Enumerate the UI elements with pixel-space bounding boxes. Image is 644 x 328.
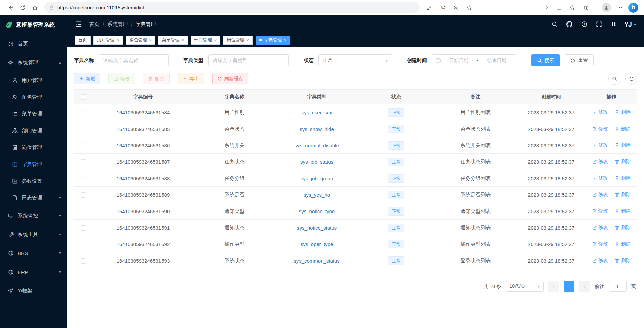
close-icon[interactable]: × — [214, 38, 217, 42]
edit-button[interactable]: 修改 — [108, 73, 135, 84]
date-range-picker[interactable]: 开始日期 - 结束日期 — [432, 54, 516, 66]
close-icon[interactable]: × — [117, 38, 120, 42]
sidebar-item-monitor[interactable]: 系统监控 ▾ — [0, 206, 67, 225]
select-all-checkbox[interactable] — [81, 94, 86, 100]
dict-type-link[interactable]: sys_job_status — [300, 159, 333, 165]
status-select[interactable]: 正常 ▾ — [318, 54, 392, 66]
close-icon[interactable]: × — [182, 38, 184, 42]
dict-type-link[interactable]: sys_notice_status — [297, 225, 337, 231]
back-button[interactable] — [5, 2, 17, 14]
browser-menu-button[interactable] — [614, 2, 626, 14]
add-button[interactable]: 新增 — [74, 73, 100, 84]
breadcrumb-item[interactable]: 系统管理 — [107, 21, 128, 28]
tab-dict[interactable]: 字典管理 × — [256, 36, 290, 45]
dict-type-link[interactable]: sys_show_hide — [300, 126, 334, 132]
breadcrumb-item[interactable]: 首页 — [89, 21, 99, 28]
delete-link[interactable]: 删除 — [615, 158, 631, 165]
zoom-button[interactable] — [450, 2, 462, 14]
split-screen-button[interactable] — [553, 2, 565, 14]
user-menu[interactable]: YJ ▾ — [624, 20, 636, 28]
sidebar-item-post[interactable]: 岗位管理 — [0, 139, 67, 156]
delete-link[interactable]: 删除 — [615, 257, 631, 264]
password-manager-button[interactable] — [423, 2, 435, 14]
refresh-table-button[interactable] — [625, 73, 637, 85]
next-page-button[interactable]: › — [579, 281, 590, 292]
edit-link[interactable]: 修改 — [592, 191, 608, 198]
refresh-cache-button[interactable]: 刷新缓存 — [212, 73, 248, 84]
sidebar-item-log[interactable]: 日志管理 ▾ — [0, 189, 67, 206]
row-checkbox[interactable] — [81, 192, 86, 198]
search-button[interactable]: 搜索 — [531, 54, 560, 66]
toggle-search-button[interactable] — [608, 73, 620, 85]
dict-type-link[interactable]: sys_user_sex — [302, 110, 332, 115]
dict-type-input[interactable] — [208, 54, 289, 66]
delete-link[interactable]: 删除 — [615, 208, 631, 214]
dict-type-link[interactable]: sys_oper_type — [301, 241, 333, 247]
delete-link[interactable]: 删除 — [615, 191, 631, 198]
header-search-icon[interactable] — [552, 21, 558, 27]
current-page-button[interactable]: 1 — [564, 281, 574, 292]
app-logo[interactable]: 意框架管理系统 — [0, 15, 67, 34]
sidebar-item-bbs[interactable]: BBS ▾ — [0, 244, 67, 263]
export-button[interactable]: 导出 — [178, 73, 204, 84]
font-size-icon[interactable]: Tt — [611, 21, 615, 27]
row-checkbox[interactable] — [81, 176, 86, 181]
dict-type-link[interactable]: sys_job_group — [301, 176, 333, 181]
prev-page-button[interactable]: ‹ — [548, 281, 559, 292]
close-icon[interactable]: × — [284, 38, 287, 42]
close-icon[interactable]: × — [149, 38, 152, 42]
row-checkbox[interactable] — [81, 159, 86, 165]
delete-link[interactable]: 删除 — [615, 142, 631, 148]
add-favorite-button[interactable] — [463, 2, 475, 14]
goto-page-input[interactable] — [609, 281, 627, 292]
tab-home[interactable]: 首页 — [75, 36, 91, 45]
dict-type-link[interactable]: sys_normal_disable — [294, 143, 339, 148]
edit-link[interactable]: 修改 — [592, 175, 608, 181]
delete-link[interactable]: 删除 — [615, 175, 631, 181]
delete-link[interactable]: 删除 — [615, 126, 631, 132]
tab-dept[interactable]: 部门管理 × — [191, 36, 221, 45]
edit-link[interactable]: 修改 — [592, 224, 608, 231]
edit-link[interactable]: 修改 — [592, 126, 608, 132]
tab-user[interactable]: 用户管理 × — [93, 36, 123, 45]
read-aloud-button[interactable] — [436, 2, 449, 14]
sidebar-item-role[interactable]: 角色管理 — [0, 89, 67, 105]
fullscreen-icon[interactable] — [596, 21, 602, 27]
delete-link[interactable]: 删除 — [615, 109, 631, 115]
sidebar-item-user[interactable]: 用户管理 — [0, 72, 67, 89]
sidebar-item-dict[interactable]: 字典管理 — [0, 156, 67, 173]
tab-post[interactable]: 岗位管理 × — [223, 36, 253, 45]
collapse-sidebar-icon[interactable] — [75, 21, 82, 28]
dict-type-link[interactable]: sys_notice_type — [299, 208, 335, 214]
edit-link[interactable]: 修改 — [592, 257, 608, 264]
edit-link[interactable]: 修改 — [592, 158, 608, 165]
delete-link[interactable]: 删除 — [615, 241, 631, 247]
profile-button[interactable] — [600, 2, 612, 14]
edit-link[interactable]: 修改 — [592, 241, 608, 247]
page-size-select[interactable]: 10条/页 ▾ — [506, 281, 544, 292]
row-checkbox[interactable] — [81, 225, 86, 231]
dict-name-input[interactable] — [99, 54, 169, 66]
github-icon[interactable] — [566, 21, 572, 27]
row-checkbox[interactable] — [81, 209, 86, 214]
dict-type-link[interactable]: sys_yes_no — [304, 192, 330, 198]
row-checkbox[interactable] — [81, 127, 86, 132]
edit-link[interactable]: 修改 — [592, 142, 608, 148]
tab-role[interactable]: 角色管理 × — [126, 36, 156, 45]
row-checkbox[interactable] — [81, 242, 86, 247]
sidebar-item-tool[interactable]: 系统工具 ▾ — [0, 225, 67, 244]
row-checkbox[interactable] — [81, 110, 86, 115]
delete-button[interactable]: 删除 — [143, 73, 170, 84]
extensions-button[interactable] — [540, 2, 552, 14]
help-icon[interactable] — [581, 21, 587, 27]
sidebar-item-home[interactable]: 首页 — [0, 34, 67, 53]
row-checkbox[interactable] — [81, 143, 86, 148]
sidebar-item-yi[interactable]: Yi框架 — [0, 281, 67, 300]
dict-type-link[interactable]: sys_common_status — [294, 258, 340, 264]
close-icon[interactable]: × — [246, 38, 249, 42]
edit-link[interactable]: 修改 — [592, 208, 608, 214]
address-bar[interactable]: https://ccnetcore.com:1101/system/dict — [44, 2, 420, 13]
collections-button[interactable] — [580, 2, 592, 14]
tab-menu[interactable]: 菜单管理 × — [158, 36, 188, 45]
sidebar-item-config[interactable]: 参数设置 — [0, 173, 67, 189]
